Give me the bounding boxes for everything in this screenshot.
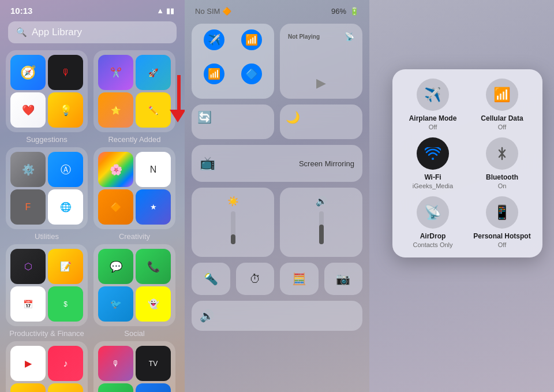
cc-volume-icon: 🔊 [316,196,327,207]
wifi-bluetooth-status: On [498,182,507,189]
folder-entertainment[interactable]: ▶ ♪ 🎁 ⚡ [6,341,88,392]
battery-icon: ▮▮ [166,6,174,15]
status-time: 10:13 [10,6,32,16]
cc-airplane-item[interactable]: ✈️ [197,29,231,50]
app-clips: ✂️ [98,55,133,90]
cc-cellular-item[interactable]: 📶 [235,29,269,50]
cc-bluetooth-icon: 🔷 [241,64,262,84]
cc-do-not-disturb[interactable]: 🌙 [280,104,362,139]
app-music: ♪ [48,346,83,381]
wifi-icon: ▲ [156,6,164,15]
cc-wifi-item[interactable]: 📶 [197,64,231,84]
status-bar: 10:13 ▲ ▮▮ [0,0,185,19]
cc-timer[interactable]: ⏱ [236,263,275,295]
wifi-airplane-icon: ✈️ [417,79,449,111]
wifi-bluetooth-item[interactable]: Bluetooth On [471,137,533,189]
app-twitter: 🐦 [98,286,133,322]
app-facetime: 📹 [98,383,133,392]
app-notes: 📝 [48,249,83,284]
app-appletv: TV [136,346,171,381]
cc-siri-tile[interactable]: 🔊 [192,301,362,331]
cc-siri-icon: 🔊 [200,309,214,323]
folder-social[interactable]: 💬 📞 🐦 👻 Social [93,244,175,338]
wifi-cellular-status: Off [498,124,506,130]
app-notion: N [136,152,171,187]
app-tips: 💡 [48,92,83,128]
folder-box-entertainment: ▶ ♪ 🎁 ⚡ [6,341,88,392]
cc-wifi-icon: 📶 [204,64,224,84]
panel-control-center: No SIM 🔶 96% 🔋 ✈️ 📶 📶 🔷 Not Playing [185,0,369,392]
cc-rotation-tile[interactable]: 🔄 [192,104,274,139]
cc-brightness-slider[interactable]: ☀️ [192,188,274,257]
cc-play-button[interactable]: ▶ [316,76,326,91]
app-settings: ⚙️ [10,152,46,187]
wifi-grid: ✈️ Airplane Mode Off 📶 Cellular Data Off [402,79,533,248]
folder-box-suggestions: 🧭 🎙 ❤️ 💡 [6,50,88,132]
app-stocks2: $ [48,286,83,322]
cc-now-playing[interactable]: Not Playing 📡 ▶ [280,24,362,99]
app-voice-memos: 🎙 [48,55,83,90]
cc-volume-fill [319,225,324,244]
app-chrome: 🌐 [48,189,83,225]
panel-wifi-popup: ✈️ Airplane Mode Off 📶 Cellular Data Off [369,0,554,392]
app-altstore: ★ [136,189,171,225]
cc-screen-mirroring[interactable]: 📺 Screen Mirroring [192,145,362,182]
app-snapchat: 👻 [136,286,171,322]
app-library-search[interactable]: 🔍 App Library [8,21,177,43]
cc-airplay-icon[interactable]: 📡 [345,32,354,41]
cc-mirror-label: Screen Mirroring [299,159,354,168]
app-health: ❤️ [10,92,46,128]
folder-box-productivity: ⬡ 📝 📅 $ [6,244,88,326]
folder-recently-added[interactable]: ✂️ 🚀 ⭐ ✏️ Recently Added [93,50,175,144]
folder-creativity[interactable]: 🌸 N 🔶 ★ Creativity [93,147,175,241]
folder-extra[interactable]: 🎙 TV 📹 f [93,341,175,392]
cc-flashlight[interactable]: 🔦 [192,263,230,295]
cc-volume-track [319,211,324,244]
cc-grid: ✈️ 📶 📶 🔷 Not Playing 📡 ▶ 🔄 [185,20,369,334]
app-lightr: ⭐ [98,92,133,128]
wifi-bluetooth-label: Bluetooth [486,173,518,181]
wifi-hotspot-item[interactable]: 📱 Personal Hotspot Off [471,196,533,248]
cc-airplane-icon: ✈️ [204,29,224,50]
folder-productivity[interactable]: ⬡ 📝 📅 $ Productivity & Finance [6,244,88,338]
app-facebook: f [136,383,171,392]
wifi-airdrop-label: AirDrop [420,232,446,240]
cc-battery-icon: 🔋 [350,7,359,16]
cc-camera[interactable]: 📷 [324,263,363,295]
wifi-cellular-item[interactable]: 📶 Cellular Data Off [471,79,533,130]
folder-box-creativity: 🌸 N 🔶 ★ [93,147,175,229]
wifi-popup-container[interactable]: ✈️ Airplane Mode Off 📶 Cellular Data Off [392,69,542,257]
cc-mirror-icon: 📺 [200,156,215,171]
wifi-hotspot-icon: 📱 [486,196,518,229]
cc-connectivity-tile[interactable]: ✈️ 📶 📶 🔷 [192,24,274,99]
folder-suggestions[interactable]: 🧭 🎙 ❤️ 💡 Suggestions [6,50,88,144]
cc-playing-label: Not Playing [288,33,320,40]
folder-box-recently-added: ✂️ 🚀 ⭐ ✏️ [93,50,175,132]
wifi-airplane-item[interactable]: ✈️ Airplane Mode Off [402,79,464,130]
folder-utilities[interactable]: ⚙️ Ⓐ F 🌐 Utilities [6,147,88,241]
wifi-airplane-status: Off [429,124,437,130]
search-icon: 🔍 [16,27,27,38]
app-vlc: 🔶 [98,189,133,225]
cc-airplay-row: Not Playing 📡 [288,32,354,41]
cc-brightness-track [231,211,235,244]
wifi-cellular-label: Cellular Data [481,114,523,122]
cc-volume-slider[interactable]: 🔊 [280,188,362,257]
status-icons: ▲ ▮▮ [156,6,174,15]
wifi-airdrop-icon: 📡 [417,196,449,229]
wifi-airplane-label: Airplane Mode [409,114,457,122]
cc-bluetooth-item[interactable]: 🔷 [235,64,269,84]
folder-box-utilities: ⚙️ Ⓐ F 🌐 [6,147,88,229]
panel-app-library: 10:13 ▲ ▮▮ 🔍 App Library 🧭 🎙 ❤️ 💡 Sugges… [0,0,185,392]
app-photos: 🌸 [98,152,133,187]
cc-brightness-icon: ☀️ [227,196,239,207]
wifi-hotspot-label: Personal Hotspot [473,232,530,240]
wifi-wifi-item[interactable]: Wi-Fi iGeeks_Media [402,137,464,189]
cc-play-controls: ▶ [288,76,354,91]
folder-box-social: 💬 📞 🐦 👻 [93,244,175,326]
wifi-airdrop-item[interactable]: 📡 AirDrop Contacts Only [402,196,464,248]
cc-four-tiles: 🔦 ⏱ 🧮 📷 [192,263,362,295]
app-messages: 💬 [98,249,133,284]
cc-calculator[interactable]: 🧮 [280,263,319,295]
app-freeform: ✏️ [136,92,171,128]
